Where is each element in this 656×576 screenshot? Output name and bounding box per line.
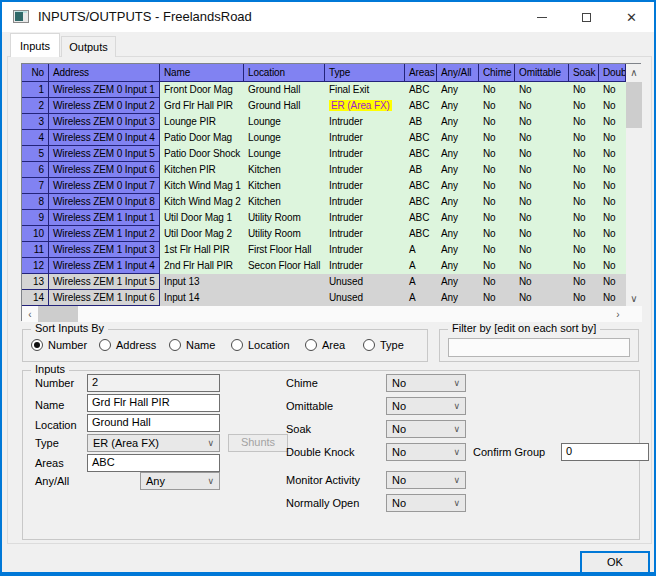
double-knock-select[interactable]: No∨ — [386, 443, 466, 461]
cell-areas: A — [405, 290, 437, 306]
cell-chime: No — [479, 130, 515, 146]
type-select[interactable]: ER (Area FX) ∨ — [87, 434, 220, 452]
double-knock-label: Double Knock — [286, 446, 355, 458]
scroll-right-icon[interactable]: › — [610, 306, 626, 322]
table-row[interactable]: 13Wireless ZEM 1 Input 5Input 13UnusedAA… — [22, 274, 626, 290]
chevron-down-icon: ∨ — [453, 401, 460, 411]
sort-radio-number[interactable]: Number — [31, 339, 87, 351]
monitor-activity-select[interactable]: No∨ — [386, 471, 466, 489]
column-header[interactable]: Soak — [569, 64, 599, 82]
cell-omittable: No — [515, 242, 569, 258]
scroll-left-icon[interactable]: ‹ — [22, 306, 38, 322]
minimize-button[interactable] — [519, 2, 564, 32]
omittable-select[interactable]: No∨ — [386, 397, 466, 415]
table-row[interactable]: 7Wireless ZEM 0 Input 7Kitch Wind Mag 1K… — [22, 178, 626, 194]
maximize-button[interactable] — [564, 2, 609, 32]
cell-name: Patio Door Mag — [160, 130, 244, 146]
name-label: Name — [35, 399, 64, 411]
tab-inputs[interactable]: Inputs — [10, 33, 60, 57]
filter-input[interactable] — [448, 338, 630, 357]
table-row[interactable]: 6Wireless ZEM 0 Input 6Kitchen PIRKitche… — [22, 162, 626, 178]
column-header[interactable]: Type — [325, 64, 405, 82]
chevron-down-icon: ∨ — [453, 475, 460, 485]
table-row[interactable]: 12Wireless ZEM 1 Input 42nd Flr Hall PIR… — [22, 258, 626, 274]
ok-button[interactable]: OK — [580, 551, 650, 575]
soak-select[interactable]: No∨ — [386, 420, 466, 438]
sort-radio-label: Location — [248, 339, 290, 351]
cell-soak: No — [569, 130, 599, 146]
cell-name: Kitch Wind Mag 2 — [160, 194, 244, 210]
sort-radio-name[interactable]: Name — [169, 339, 215, 351]
column-header[interactable]: Name — [160, 64, 244, 82]
confirm-group-label: Confirm Group — [473, 446, 545, 458]
cell-double: No — [599, 290, 626, 306]
close-button[interactable]: ✕ — [609, 2, 654, 32]
table-row[interactable]: 1Wireless ZEM 0 Input 1Front Door MagGro… — [22, 82, 626, 98]
name-field[interactable]: Grd Flr Hall PIR — [87, 394, 220, 412]
cell-areas: AB — [405, 162, 437, 178]
cell-chime: No — [479, 258, 515, 274]
vertical-scroll-thumb[interactable] — [626, 82, 642, 128]
table-row[interactable]: 5Wireless ZEM 0 Input 5Patio Door ShockL… — [22, 146, 626, 162]
cell-areas: ABC — [405, 178, 437, 194]
cell-no: 12 — [22, 258, 49, 274]
sort-radio-type[interactable]: Type — [363, 339, 404, 351]
scroll-down-icon[interactable]: ∨ — [626, 290, 642, 306]
chime-select[interactable]: No∨ — [386, 374, 466, 392]
cell-any_all: Any — [437, 194, 479, 210]
cell-no: 5 — [22, 146, 49, 162]
vertical-scrollbar[interactable]: ∧ ∨ — [626, 64, 642, 306]
table-row[interactable]: 4Wireless ZEM 0 Input 4Patio Door MagLou… — [22, 130, 626, 146]
cell-type: Unused — [325, 290, 405, 306]
sort-radio-address[interactable]: Address — [99, 339, 156, 351]
cell-any_all: Any — [437, 210, 479, 226]
cell-no: 10 — [22, 226, 49, 242]
column-header[interactable]: Doub — [599, 64, 626, 82]
horizontal-scroll-thumb[interactable] — [38, 306, 78, 322]
cell-soak: No — [569, 210, 599, 226]
areas-label: Areas — [35, 457, 64, 469]
scroll-up-icon[interactable]: ∧ — [626, 64, 642, 80]
normally-open-select[interactable]: No∨ — [386, 494, 466, 512]
column-header[interactable]: Chime — [479, 64, 515, 82]
sort-radio-label: Area — [322, 339, 345, 351]
table-row[interactable]: 10Wireless ZEM 1 Input 2Util Door Mag 2U… — [22, 226, 626, 242]
column-header[interactable]: Omittable — [515, 64, 569, 82]
dialog-window: INPUTS/OUTPUTS - FreelandsRoad ✕ Inputs … — [0, 0, 656, 576]
table-row[interactable]: 3Wireless ZEM 0 Input 3Lounge PIRLoungeI… — [22, 114, 626, 130]
table-row[interactable]: 2Wireless ZEM 0 Input 2Grd Flr Hall PIRG… — [22, 98, 626, 114]
table-row[interactable]: 9Wireless ZEM 1 Input 1Util Door Mag 1Ut… — [22, 210, 626, 226]
any-all-select[interactable]: Any ∨ — [140, 472, 220, 490]
confirm-group-field[interactable]: 0 — [561, 443, 649, 461]
table-row[interactable]: 11Wireless ZEM 1 Input 31st Flr Hall PIR… — [22, 242, 626, 258]
chime-label: Chime — [286, 377, 318, 389]
location-label: Location — [35, 419, 77, 431]
cell-soak: No — [569, 194, 599, 210]
cell-double: No — [599, 98, 626, 114]
cell-omittable: No — [515, 258, 569, 274]
cell-location: Lounge — [244, 114, 325, 130]
cell-chime: No — [479, 194, 515, 210]
cell-any_all: Any — [437, 114, 479, 130]
sort-radio-location[interactable]: Location — [231, 339, 290, 351]
horizontal-scrollbar[interactable]: ‹ › — [22, 306, 642, 322]
table-row[interactable]: 14Wireless ZEM 1 Input 6Input 14UnusedAA… — [22, 290, 626, 306]
cell-location: Lounge — [244, 146, 325, 162]
location-field[interactable]: Ground Hall — [87, 414, 220, 432]
column-header[interactable]: Address — [49, 64, 160, 82]
column-header[interactable]: Any/All — [437, 64, 479, 82]
table-row[interactable]: 8Wireless ZEM 0 Input 8Kitch Wind Mag 2K… — [22, 194, 626, 210]
column-header[interactable]: No — [22, 64, 49, 82]
cell-double: No — [599, 178, 626, 194]
areas-field[interactable]: ABC — [87, 454, 220, 472]
sort-radio-area[interactable]: Area — [305, 339, 345, 351]
tab-outputs[interactable]: Outputs — [61, 36, 116, 57]
cell-address: Wireless ZEM 0 Input 4 — [49, 130, 160, 146]
cell-chime: No — [479, 146, 515, 162]
column-header[interactable]: Location — [244, 64, 325, 82]
cell-omittable: No — [515, 82, 569, 98]
cell-areas: ABC — [405, 226, 437, 242]
cell-no: 11 — [22, 242, 49, 258]
column-header[interactable]: Areas — [405, 64, 437, 82]
monitor-activity-label: Monitor Activity — [286, 474, 360, 486]
